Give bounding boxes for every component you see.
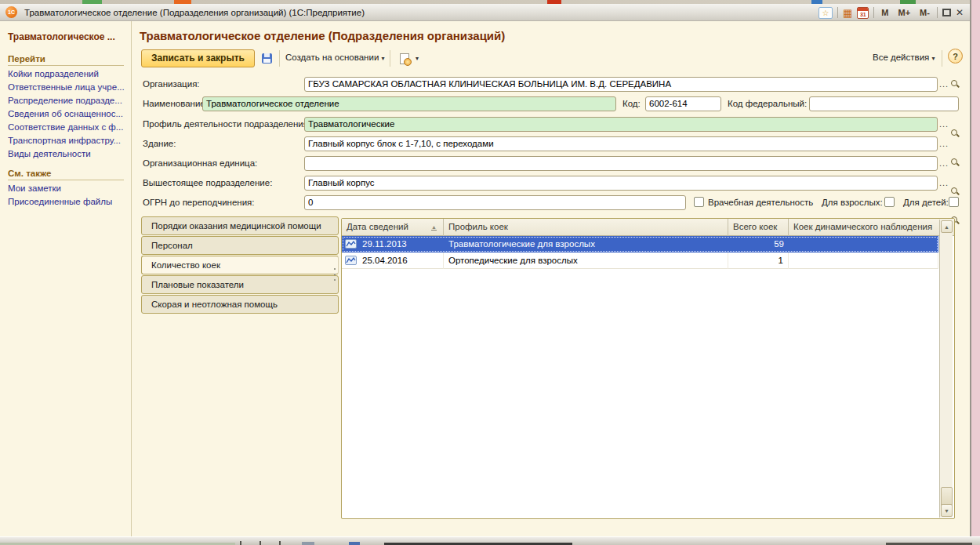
sidebar-item-transport-infrastructure[interactable]: Транспортная инфрастру...	[8, 136, 121, 145]
activity-profile-ellipsis-button[interactable]: ...	[939, 119, 949, 129]
save-and-close-button[interactable]: Записать и закрыть	[141, 49, 255, 67]
scroll-down-button[interactable]: ▼	[941, 504, 953, 517]
beds-table: Дата сведений ▲ Профиль коек Всего коек …	[341, 218, 955, 519]
taskbar-fragment	[240, 541, 241, 545]
panel-splitter[interactable]	[334, 268, 336, 285]
calendar-icon-day: 31	[858, 11, 868, 18]
print-document-button[interactable]	[396, 50, 413, 67]
code-label: Код:	[622, 99, 641, 108]
floppy-icon	[262, 53, 272, 64]
activity-profile-lookup-icon[interactable]	[950, 129, 960, 138]
column-header-dynamic-observation[interactable]: Коек динамического наблюдения	[789, 219, 938, 236]
all-actions-button[interactable]: Все действия ▾	[873, 53, 935, 62]
organization-ellipsis-button[interactable]: ...	[939, 79, 949, 89]
medical-activity-checkbox[interactable]	[694, 197, 704, 207]
column-header-bed-profile[interactable]: Профиль коек	[444, 219, 728, 236]
cell-bed-profile: Ортопедические для взрослых	[444, 253, 728, 269]
organization-label: Организация:	[143, 79, 200, 89]
favorites-icon[interactable]: ☆	[818, 7, 833, 19]
save-button[interactable]	[258, 50, 275, 67]
document-dropdown-button[interactable]: ▾	[416, 53, 419, 62]
calendar-icon[interactable]: 31	[857, 7, 869, 19]
medical-activity-label: Врачебная деятельность	[708, 198, 813, 207]
cell-date: 25.04.2016	[358, 253, 444, 269]
record-chart-icon	[345, 239, 357, 249]
building-label: Здание:	[143, 139, 176, 148]
cell-dynamic-observation	[789, 253, 938, 269]
memory-plus-button[interactable]: М+	[896, 7, 913, 18]
name-label: Наименование:	[143, 99, 208, 108]
create-based-on-button[interactable]: Создать на основании ▾	[285, 53, 385, 62]
sidebar-item-my-notes[interactable]: Мои заметки	[8, 183, 61, 193]
memory-minus-button[interactable]: М-	[917, 7, 932, 18]
column-header-date[interactable]: Дата сведений ▲	[342, 219, 444, 236]
taskbar-strip	[0, 536, 980, 545]
code-field[interactable]: 6002-614	[645, 96, 721, 111]
organization-lookup-icon[interactable]	[950, 79, 960, 89]
sidebar-form-title: Травматологическое ...	[8, 31, 115, 42]
sidebar-group-see-also: См. также	[8, 169, 124, 180]
memory-button[interactable]: М	[879, 7, 891, 18]
titlebar-separator	[937, 7, 938, 18]
help-button[interactable]: ?	[948, 49, 963, 64]
activity-profile-field[interactable]: Травматологические	[304, 117, 938, 132]
sidebar-item-equipment-info[interactable]: Сведения об оснащеннос...	[8, 109, 123, 118]
building-field[interactable]: Главный корпус блок с 1-7,10, с перехода…	[304, 136, 938, 151]
org-unit-label: Организационная единица:	[143, 158, 257, 168]
calculator-icon[interactable]: ▦	[843, 7, 852, 19]
maximize-button[interactable]	[942, 9, 951, 16]
sidebar-item-beds-of-units[interactable]: Койки подразделений	[8, 69, 99, 78]
taskbar-fragment	[349, 542, 360, 545]
sort-ascending-icon: ▲	[431, 224, 437, 231]
org-unit-field[interactable]	[304, 156, 938, 171]
org-unit-ellipsis-button[interactable]: ...	[939, 158, 949, 168]
record-chart-icon	[345, 256, 357, 265]
building-lookup-icon[interactable]	[950, 158, 960, 167]
titlebar-separator	[873, 7, 874, 18]
table-row[interactable]: 25.04.2016 Ортопедические для взрослых 1	[342, 253, 938, 269]
chevron-down-icon: ▾	[416, 55, 419, 62]
organization-field[interactable]: ГБУЗ САМАРСКАЯ ОБЛАСТНАЯ КЛИНИЧЕСКАЯ БОЛ…	[304, 77, 938, 92]
1c-app-icon: 1С	[5, 6, 17, 18]
sidebar-item-attached-files[interactable]: Присоединенные файлы	[8, 197, 112, 206]
tab-planned-indicators[interactable]: Плановые показатели	[141, 275, 339, 294]
org-unit-lookup-icon[interactable]	[950, 187, 960, 196]
federal-code-field[interactable]	[809, 96, 959, 111]
column-header-total-beds[interactable]: Всего коек	[728, 219, 789, 236]
sidebar-item-unit-distribution[interactable]: Распределение подразде...	[8, 96, 122, 105]
parent-unit-ellipsis-button[interactable]: ...	[939, 178, 949, 187]
taskbar-fragment	[302, 542, 314, 545]
parent-unit-field[interactable]: Главный корпус	[304, 176, 938, 191]
activity-profile-label: Профиль деятельности подразделения:	[143, 119, 310, 129]
ogrn-field[interactable]: 0	[304, 195, 686, 210]
create-based-on-label: Создать на основании	[285, 53, 379, 62]
for-children-checkbox[interactable]	[949, 197, 959, 207]
tab-emergency-care[interactable]: Скорая и неотложная помощь	[141, 295, 339, 314]
toolbar-separator	[942, 50, 942, 67]
sidebar-item-data-conformity[interactable]: Соответствие данных с ф...	[8, 122, 123, 132]
cell-date: 29.11.2013	[358, 236, 444, 253]
tab-bed-count[interactable]: Количество коек	[141, 256, 339, 274]
toolbar-separator	[390, 50, 390, 67]
for-children-label: Для детей:	[903, 198, 949, 207]
sidebar-item-responsible-persons[interactable]: Ответственные лица учре...	[8, 82, 125, 92]
chevron-down-icon: ▾	[932, 55, 935, 62]
ogrn-label: ОГРН до переподчинения:	[143, 198, 255, 207]
cell-dynamic-observation	[789, 236, 938, 253]
tab-personnel[interactable]: Персонал	[141, 236, 339, 255]
document-clock-icon	[400, 53, 409, 64]
building-ellipsis-button[interactable]: ...	[939, 139, 949, 148]
table-row[interactable]: 29.11.2013 Травматологические для взросл…	[342, 236, 938, 253]
taskbar-fragment	[279, 541, 281, 545]
parent-unit-label: Вышестоящее подразделение:	[143, 178, 272, 187]
sidebar-item-activity-types[interactable]: Виды деятельности	[8, 149, 91, 158]
for-adults-checkbox[interactable]	[884, 197, 895, 207]
scroll-up-button[interactable]: ▲	[941, 220, 953, 233]
page-title: Травматологическое отделение (Подразделе…	[140, 29, 505, 42]
tab-medical-care-procedures[interactable]: Порядки оказания медицинской помощи	[141, 216, 339, 235]
table-scrollbar[interactable]: ▲ ▼	[939, 220, 953, 518]
close-button[interactable]: ✕	[956, 7, 964, 18]
sidebar: Травматологическое ... Перейти Койки под…	[0, 21, 132, 536]
name-field[interactable]: Травматологическое отделение	[202, 96, 616, 111]
window-titlebar: 1С Травматологическое отделение (Подразд…	[0, 4, 970, 21]
